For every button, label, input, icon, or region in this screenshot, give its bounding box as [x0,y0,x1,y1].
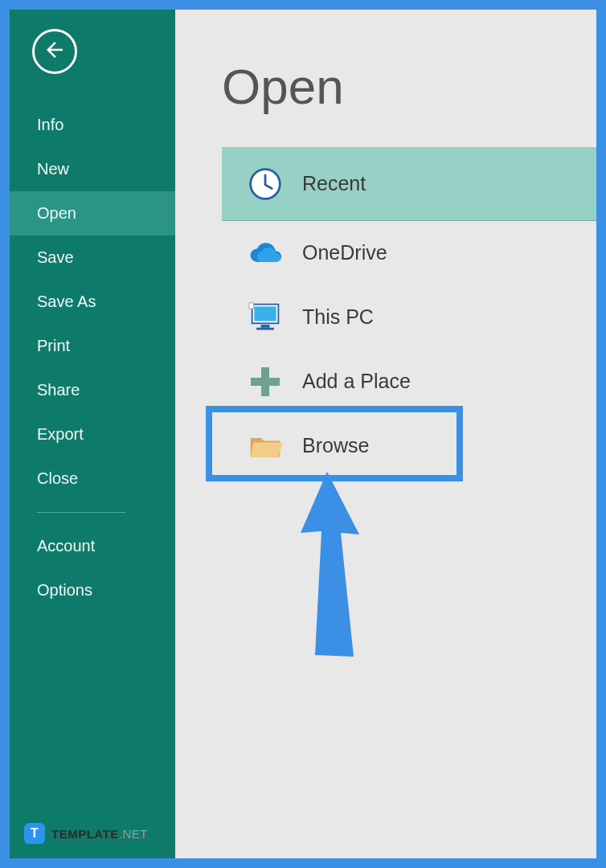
sidebar-item-label: Save As [37,293,96,310]
sidebar-item-label: Open [37,204,76,222]
sidebar-item-label: Print [37,337,70,354]
arrow-left-icon [43,38,67,65]
cloud-icon [240,241,291,265]
sidebar-item-label: Share [37,381,80,399]
sidebar-item-info[interactable]: Info [10,103,175,147]
watermark-badge-icon: T [24,823,45,844]
place-label: Add a Place [302,370,411,393]
place-label: Recent [302,172,366,195]
sidebar-item-label: Options [37,581,92,599]
place-add-a-place[interactable]: Add a Place [222,350,596,414]
app-frame: Info New Open Save Save As Print Share E… [0,0,606,868]
sidebar-item-close[interactable]: Close [10,457,175,501]
monitor-icon [240,301,291,334]
watermark-suffix: .NET [119,827,148,841]
sidebar-item-label: Account [37,537,95,555]
svg-rect-2 [254,306,276,321]
sidebar-item-new[interactable]: New [10,147,175,191]
watermark-text: TEMPLATE.NET [51,827,148,841]
folder-open-icon [240,432,291,461]
sidebar-item-label: New [37,160,69,178]
watermark-name: TEMPLATE [51,827,119,841]
place-label: OneDrive [302,241,387,264]
places-list: Recent OneDrive This PC Add a Place [222,147,596,478]
place-onedrive[interactable]: OneDrive [222,221,596,285]
backstage-sidebar: Info New Open Save Save As Print Share E… [10,10,175,858]
sidebar-item-save[interactable]: Save [10,235,175,280]
sidebar-item-open[interactable]: Open [10,191,175,235]
sidebar-divider [37,512,125,513]
sidebar-item-label: Close [37,469,78,487]
svg-rect-5 [249,302,253,308]
page-title: Open [222,58,596,115]
sidebar-item-label: Save [37,248,74,266]
sidebar-item-label: Export [37,425,84,443]
svg-rect-7 [251,378,280,386]
sidebar-item-options[interactable]: Options [10,568,175,612]
svg-rect-4 [256,327,274,330]
sidebar-item-export[interactable]: Export [10,412,175,457]
place-label: This PC [302,305,374,329]
main-panel: Open Recent OneDrive This PC [175,10,596,858]
svg-rect-3 [261,325,270,328]
sidebar-item-save-as[interactable]: Save As [10,280,175,324]
back-button[interactable] [32,29,77,74]
sidebar-item-share[interactable]: Share [10,368,175,412]
place-label: Browse [302,434,369,457]
sidebar-item-account[interactable]: Account [10,524,175,568]
watermark: T TEMPLATE.NET [24,823,148,844]
place-browse[interactable]: Browse [222,414,596,478]
place-this-pc[interactable]: This PC [222,285,596,350]
sidebar-item-print[interactable]: Print [10,324,175,368]
sidebar-item-label: Info [37,116,63,133]
place-recent[interactable]: Recent [222,147,596,221]
plus-icon [240,366,291,398]
clock-icon [240,166,291,202]
